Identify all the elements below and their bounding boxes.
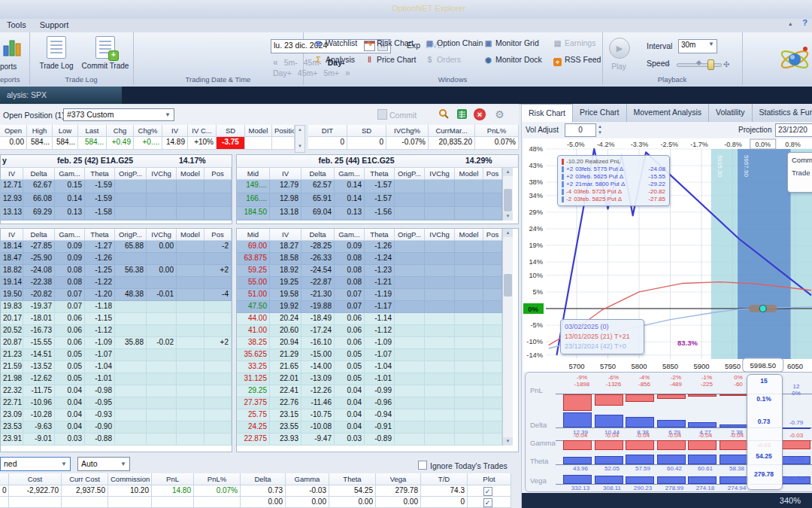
- risk-chart-area[interactable]: 5915.305957.906043.1048%43%38%34%29%24%1…: [523, 138, 812, 372]
- column-header[interactable]: Chg: [107, 125, 134, 137]
- column-header[interactable]: SD: [217, 125, 245, 137]
- gear-icon[interactable]: ⚙: [493, 108, 506, 121]
- option-row[interactable]: 21.98-12.620.05-1.01: [1, 373, 232, 385]
- column-header[interactable]: Gam...: [55, 168, 85, 180]
- column-header[interactable]: Theta: [85, 168, 115, 180]
- option-row[interactable]: 13.1369.290.13-1.58: [1, 207, 232, 221]
- option-row[interactable]: 22.71-10.960.04-0.95: [1, 397, 232, 409]
- column-header[interactable]: DIT: [308, 125, 347, 137]
- column-header[interactable]: IVChg%: [386, 125, 429, 137]
- column-header[interactable]: IV: [162, 125, 188, 137]
- column-header[interactable]: IVChg: [425, 168, 455, 180]
- position-table-scrollbar[interactable]: ▲ ▼: [295, 125, 305, 153]
- column-header[interactable]: Mid: [237, 229, 270, 241]
- column-header[interactable]: OrigP...: [115, 168, 147, 180]
- windows-button-watchlist[interactable]: ≣Watchlist: [314, 38, 357, 47]
- column-header[interactable]: Pos: [483, 168, 502, 180]
- scrollbar[interactable]: ▲▼: [502, 168, 513, 221]
- column-header[interactable]: IV: [270, 168, 301, 180]
- help-icon[interactable]: ?: [802, 18, 807, 27]
- option-row[interactable]: 25.7523.15-10.750.04-0.94: [237, 409, 502, 421]
- column-header[interactable]: Theta: [365, 229, 395, 241]
- column-header[interactable]: IVChg: [147, 168, 177, 180]
- column-header[interactable]: Gam...: [335, 168, 365, 180]
- reports-button[interactable]: ports: [0, 62, 17, 71]
- speed-minus[interactable]: −: [666, 60, 671, 68]
- option-row[interactable]: 19.50-20.820.07-1.2048.38-0.01-4: [1, 289, 232, 301]
- column-header[interactable]: Pos: [483, 229, 502, 241]
- option-row[interactable]: 20.87-15.550.06-1.0935.88-0.02+2: [1, 337, 232, 349]
- column-header[interactable]: IV: [1, 168, 23, 180]
- option-row[interactable]: 12.7162.670.15-1.59: [1, 180, 232, 193]
- auto-select[interactable]: Auto▼: [77, 457, 130, 471]
- option-row[interactable]: 21.59-13.520.05-1.04: [1, 361, 232, 373]
- option-row[interactable]: 47.5019.92-19.880.07-1.17: [237, 301, 502, 313]
- option-row[interactable]: 20.52-16.730.06-1.12: [1, 325, 232, 337]
- vol-adjust-spinner[interactable]: ▲▼: [596, 123, 604, 135]
- option-row[interactable]: 23.53-9.630.04-0.90: [1, 421, 232, 433]
- option-row[interactable]: 69.0018.27-28.250.09-1.26: [237, 241, 502, 253]
- option-row[interactable]: 22.32-11.750.04-0.98: [1, 385, 232, 397]
- trade-log-button[interactable]: Trade Log: [35, 36, 77, 70]
- speed-plus[interactable]: ✣: [723, 60, 729, 68]
- column-header[interactable]: Pos: [205, 168, 232, 180]
- option-row[interactable]: 18.82-24.080.08-1.2556.380.00+2: [1, 265, 232, 277]
- option-row[interactable]: 12.9366.080.14-1.59: [1, 193, 232, 207]
- option-row[interactable]: 18.47-25.900.09-1.26: [1, 253, 232, 265]
- option-row[interactable]: 19.83-19.370.07-1.18: [1, 301, 232, 313]
- column-header[interactable]: Model: [455, 168, 483, 180]
- zoom-level[interactable]: 340%: [780, 493, 801, 508]
- column-header[interactable]: Model: [455, 229, 483, 241]
- column-header[interactable]: Pos: [205, 229, 232, 241]
- menu-item-tools[interactable]: Tools: [0, 19, 33, 31]
- column-header[interactable]: IV: [1, 229, 23, 241]
- option-row[interactable]: 22.87523.93-9.470.03-0.89: [237, 433, 502, 446]
- option-row[interactable]: 21.23-14.510.05-1.07: [1, 349, 232, 361]
- column-header[interactable]: Delta: [23, 229, 55, 241]
- option-row[interactable]: 38.2520.94-16.100.06-1.09: [237, 337, 502, 349]
- mini-trade[interactable]: Trade: [792, 169, 812, 177]
- panel-tab-price-chart[interactable]: Price Chart: [573, 104, 627, 122]
- step-back-icon[interactable]: «: [273, 57, 278, 68]
- collapse-ribbon-icon[interactable]: ▴: [789, 20, 792, 27]
- column-header[interactable]: Position: [272, 125, 295, 137]
- position-select[interactable]: #373 Custom▼: [63, 108, 174, 121]
- column-header[interactable]: Model: [177, 168, 205, 180]
- column-header[interactable]: Chg%: [134, 125, 162, 137]
- option-row[interactable]: 63.87518.58-26.330.08-1.24: [237, 253, 502, 265]
- menu-item-support[interactable]: Support: [33, 19, 76, 31]
- plot-checkbox[interactable]: ✓: [483, 487, 492, 496]
- column-header[interactable]: Gam...: [335, 229, 365, 241]
- windows-button-analysis[interactable]: ΣAnalysis: [314, 55, 355, 64]
- ignore-todays-trades-checkbox[interactable]: Ignore Today's Trades: [418, 461, 508, 470]
- option-row[interactable]: 41.0020.60-17.240.06-1.12: [237, 325, 502, 337]
- column-header[interactable]: Mid: [237, 168, 270, 180]
- option-row[interactable]: 184.5013.1869.040.13-1.56: [237, 207, 502, 221]
- option-row[interactable]: 23.09-10.280.04-0.93: [1, 409, 232, 421]
- column-header[interactable]: IVChg: [147, 229, 177, 241]
- tab-analysis-spx[interactable]: alysis: SPX: [0, 87, 122, 104]
- windows-button-risk-chart[interactable]: ∿Risk Chart: [365, 38, 414, 47]
- speed-slider-handle[interactable]: [707, 59, 714, 70]
- column-header[interactable]: CurrMar...: [429, 125, 475, 137]
- column-header[interactable]: Model: [177, 229, 205, 241]
- option-row[interactable]: 29.2522.41-12.260.04-0.99: [237, 385, 502, 397]
- column-header[interactable]: Low: [53, 125, 78, 137]
- panel-tab-volatility[interactable]: Volatility: [709, 104, 753, 122]
- scrollbar[interactable]: ▲▼: [502, 229, 513, 446]
- commit-mini-window[interactable]: Comm Trade: [787, 152, 812, 193]
- plot-checkbox[interactable]: ✓: [483, 498, 492, 507]
- option-row[interactable]: 31.12522.01-13.090.05-1.01: [237, 373, 502, 385]
- play-button[interactable]: ▶: [609, 38, 630, 59]
- column-header[interactable]: PnL%: [475, 125, 519, 137]
- option-row[interactable]: 18.14-27.850.09-1.2765.880.00-2: [1, 241, 232, 253]
- projection-date-input[interactable]: 23/12/20: [775, 123, 812, 137]
- option-row[interactable]: 23.91-9.010.03-0.88: [1, 433, 232, 446]
- position-stats-row[interactable]: 00-0.07%20,835.200.07%: [308, 137, 519, 150]
- panel-tab-movement-analysis[interactable]: Movement Analysis: [627, 104, 709, 122]
- column-header[interactable]: OrigP...: [395, 168, 425, 180]
- option-row[interactable]: 44.0020.24-18.490.06-1.14: [237, 313, 502, 325]
- commit-trade-button[interactable]: + Commit Trade: [80, 36, 130, 70]
- column-header[interactable]: Theta: [85, 229, 115, 241]
- column-header[interactable]: IV C...: [188, 125, 217, 137]
